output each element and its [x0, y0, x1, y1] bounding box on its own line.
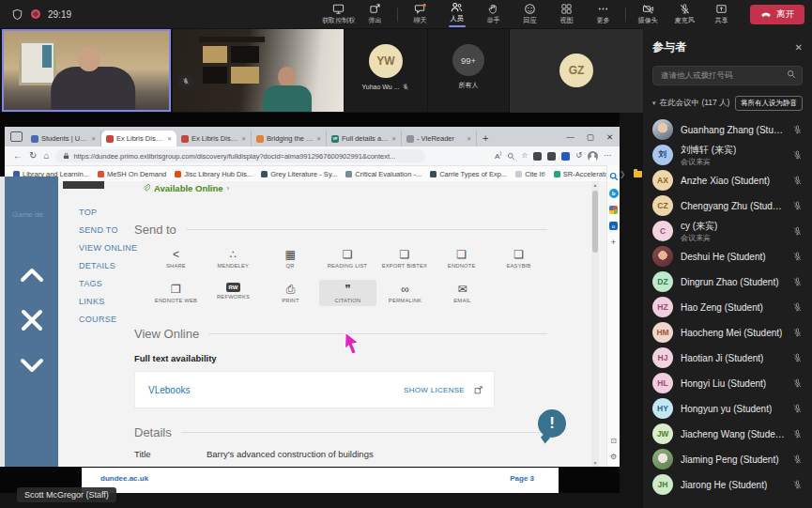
participant-mic-muted-icon[interactable] [792, 251, 803, 262]
invite-search-input[interactable] [652, 66, 803, 85]
participant-row[interactable]: DZ Dingrun Zhao (Student) [652, 269, 803, 295]
scrollbar-thumb[interactable] [592, 191, 598, 253]
back-button[interactable]: ← [13, 151, 23, 161]
participant-mic-muted-icon[interactable] [792, 479, 803, 490]
bookmark-item[interactable]: Cite It! [515, 170, 545, 178]
participant-mic-muted-icon[interactable] [792, 175, 803, 186]
participant-row[interactable]: CZ Chengyang Zhu (Student) [652, 193, 803, 219]
maximize-button[interactable]: ▢ [587, 132, 594, 142]
record-nav-link[interactable]: LINKS [79, 293, 137, 311]
bookmark-item[interactable]: Critical Evaluation -... [345, 170, 421, 178]
send-to-action[interactable]: ❐ ENDNOTE WEB [147, 280, 205, 306]
send-to-action[interactable]: ⎙ PRINT [262, 280, 319, 306]
react-button[interactable]: 回应 [513, 3, 547, 25]
scroll-up-icon[interactable]: ▲ [591, 181, 599, 189]
favorites-icon[interactable]: ☆ [521, 152, 528, 160]
participant-row[interactable]: Deshui He (Student) [652, 244, 803, 269]
participant-mic-muted-icon[interactable] [792, 327, 803, 338]
participant-row[interactable]: JH Jiarong He (Student) [652, 472, 803, 498]
participant-mic-muted-icon[interactable] [792, 454, 803, 465]
video-tile-active-speaker[interactable] [2, 29, 171, 112]
profile-icon[interactable] [588, 151, 598, 162]
avatar-tile-everyone[interactable]: 99+ 所有人 [428, 29, 509, 112]
refresh-button[interactable]: ↻ [29, 151, 37, 161]
extension-icon[interactable] [561, 152, 570, 161]
bookmarks-overflow-icon[interactable]: ❯ [620, 170, 626, 178]
scroll-down-icon[interactable]: ▼ [591, 459, 599, 467]
participant-mic-muted-icon[interactable] [792, 124, 803, 135]
browser-tab[interactable]: - VleReader ✕ [402, 131, 477, 146]
bookmark-item[interactable]: Grey Literature - Sy... [261, 170, 337, 178]
sidebar-settings-icon[interactable]: ⚙ [610, 453, 617, 461]
outlook-icon[interactable]: o [609, 222, 618, 230]
participant-row[interactable]: JW Jiacheng Wang (Student) [652, 422, 803, 447]
browser-tab[interactable]: VF Full details and acti... ✕ [327, 131, 402, 146]
send-to-action[interactable]: ❏ EXPORT BIBTEX [375, 245, 433, 271]
tab-close-icon[interactable]: ✕ [391, 135, 396, 142]
people-button[interactable]: 人员 [439, 1, 474, 27]
more-menu-icon[interactable]: ⋯ [604, 152, 611, 160]
tab-close-icon[interactable]: ✕ [316, 135, 321, 142]
chevron-up-icon[interactable] [19, 267, 45, 284]
tab-search-icon[interactable] [10, 131, 23, 142]
avatar-tile-yuhao-wu[interactable]: YW Yuhao Wu ... [345, 29, 427, 112]
browser-tab[interactable]: Ex Libris Discovery ✕ [176, 131, 252, 146]
send-to-action[interactable]: ❏ EASYBIB [490, 245, 547, 271]
sidebar-toggle-icon[interactable]: ⊡ [610, 437, 617, 445]
page-scrollbar[interactable]: ▲ ▼ [591, 181, 599, 467]
tab-close-icon[interactable]: ✕ [467, 135, 471, 142]
send-to-action[interactable]: ❏ ENDNOTE [433, 245, 490, 271]
mute-all-button[interactable]: 将所有人设为静音 [735, 96, 803, 111]
participant-mic-muted-icon[interactable] [792, 200, 803, 211]
bookmark-item[interactable]: SR-Accelerator [554, 170, 611, 178]
participant-row[interactable]: HJ Haotian Ji (Student) [652, 346, 803, 371]
feedback-button[interactable]: ! [538, 409, 566, 438]
tab-close-icon[interactable]: ✕ [167, 135, 172, 142]
bookmark-item[interactable]: Jisc Library Hub Dis... [175, 170, 253, 178]
bookmark-item[interactable]: MeSH On Demand [98, 170, 166, 178]
participant-row[interactable]: C cy (来宾) 会议来宾 [652, 219, 803, 244]
extension-icon[interactable] [547, 152, 556, 161]
participant-mic-muted-icon[interactable] [792, 377, 803, 389]
tab-close-icon[interactable]: ✕ [241, 135, 246, 142]
record-nav-link[interactable]: TAGS [79, 275, 137, 293]
send-to-action[interactable]: ❞ CITATION [319, 280, 376, 306]
sidebar-add-icon[interactable]: + [611, 238, 616, 247]
send-to-action[interactable]: ❏ READING LIST [319, 245, 376, 271]
participant-mic-muted-icon[interactable] [792, 403, 803, 414]
participant-mic-muted-icon[interactable] [792, 428, 803, 439]
sidebar-search-icon[interactable] [609, 172, 619, 181]
minimize-button[interactable]: — [566, 132, 575, 142]
participant-mic-muted-icon[interactable] [792, 149, 803, 161]
bing-icon[interactable]: b [609, 189, 619, 198]
new-tab-button[interactable]: + [483, 132, 488, 144]
participant-row[interactable]: Guanhang Zhang (Student) [652, 117, 803, 143]
send-to-action[interactable]: ▦ QR [262, 245, 319, 271]
record-nav-link[interactable]: TOP [79, 204, 137, 222]
participant-mic-muted-icon[interactable] [792, 301, 803, 313]
view-button[interactable]: 视图 [549, 3, 584, 25]
send-to-action[interactable]: ✉ EMAIL [434, 280, 491, 306]
avatar-tile-gz[interactable]: GZ [510, 29, 643, 113]
participant-row[interactable]: HZ Hao Zeng (Student) [652, 295, 803, 320]
record-nav-link[interactable]: DETAILS [79, 257, 137, 275]
participant-mic-muted-icon[interactable] [792, 352, 803, 363]
browser-tab[interactable]: Students | Universi... ✕ [26, 131, 101, 146]
office-icon[interactable] [609, 206, 618, 214]
close-overlay-icon[interactable] [20, 308, 44, 332]
browser-tab[interactable]: Bridging the Gap t... ✕ [252, 131, 327, 146]
close-window-button[interactable]: ✕ [606, 132, 613, 142]
availability-link[interactable]: Available Online › [143, 183, 229, 193]
external-link-icon[interactable] [474, 386, 483, 394]
camera-button[interactable]: 摄像头 [631, 3, 666, 25]
send-to-action[interactable]: < SHARE [147, 245, 205, 271]
search-icon[interactable] [507, 152, 515, 161]
participant-row[interactable]: Jiaming Peng (Student) [652, 447, 803, 472]
home-button[interactable]: ⌂ [43, 151, 49, 161]
sync-icon[interactable]: ↺ [575, 152, 582, 160]
chevron-down-icon[interactable] [19, 357, 45, 374]
record-nav-link[interactable]: VIEW ONLINE [79, 239, 137, 257]
participant-mic-muted-icon[interactable] [792, 276, 803, 287]
share-button[interactable]: 共享 [704, 3, 739, 25]
browser-tab[interactable]: Ex Libris Discovery ✕ [101, 131, 176, 146]
